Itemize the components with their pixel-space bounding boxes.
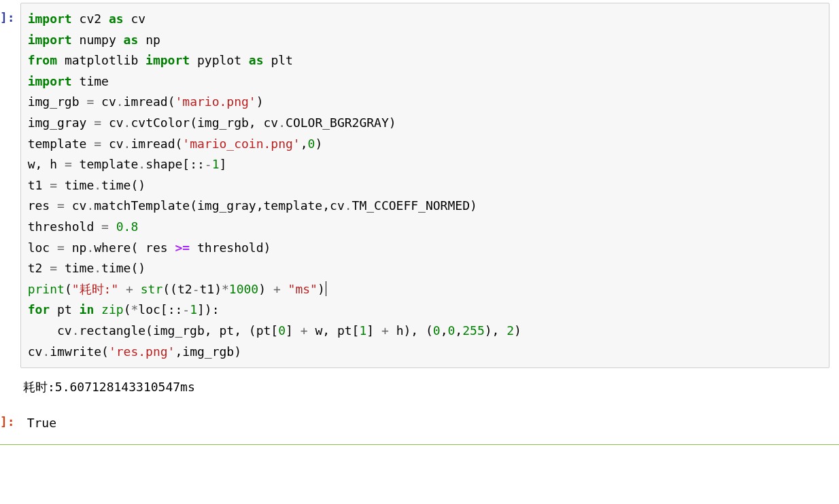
keyword-for: for xyxy=(28,302,50,317)
var-template: template xyxy=(80,157,139,171)
string-mario-coin: 'mario_coin.png' xyxy=(182,137,300,151)
keyword-as: as xyxy=(109,12,124,26)
output-cell: ]: True xyxy=(0,407,829,440)
paren: ) xyxy=(256,94,264,109)
var-threshold: threshold xyxy=(28,219,95,234)
input-cell: ]: import cv2 as cv import numpy as np f… xyxy=(0,3,829,368)
paren-close: ) xyxy=(318,282,325,296)
ns-cv: cv xyxy=(109,137,124,151)
attr-shape: shape[:: xyxy=(145,157,205,171)
fn-where: where( res xyxy=(94,240,167,255)
var-img-gray: img_gray xyxy=(28,115,87,130)
equals: = xyxy=(65,157,72,171)
keyword-as: as xyxy=(249,53,264,67)
var-threshold: threshold) xyxy=(197,240,271,255)
bracket: ] xyxy=(286,323,293,338)
module-time: time xyxy=(80,74,109,88)
fn-time: time() xyxy=(101,261,145,275)
comma: , xyxy=(441,323,448,338)
expr-w-pt: w, pt[ xyxy=(315,323,359,338)
var-loc-slice: loc[:: xyxy=(138,302,182,317)
paren-close: ) xyxy=(258,282,266,296)
equals: = xyxy=(50,261,57,275)
alias-plt: plt xyxy=(271,53,293,67)
alias-np: np xyxy=(145,33,160,47)
num-threshold: 0.8 xyxy=(116,219,139,234)
var-w-h: w, h xyxy=(28,157,57,171)
dot: . xyxy=(278,115,286,130)
paren-open: ( xyxy=(124,302,131,317)
dot: . xyxy=(42,344,50,359)
equals: = xyxy=(101,219,109,234)
output-result: True xyxy=(20,407,829,440)
output-prompt: ]: xyxy=(0,407,20,432)
equals: = xyxy=(94,137,101,151)
keyword-import: import xyxy=(28,12,72,26)
dot: . xyxy=(124,115,131,130)
keyword-import: import xyxy=(145,53,190,67)
var-loc: loc xyxy=(28,240,50,255)
fn-print: print xyxy=(28,282,65,296)
num-255: 255 xyxy=(462,323,485,338)
minus: - xyxy=(205,157,212,171)
ns-cv: cv xyxy=(109,115,124,130)
equals: = xyxy=(57,198,65,213)
ns-cv: cv xyxy=(28,344,43,359)
num-one: 1 xyxy=(190,302,197,317)
fn-str: str xyxy=(141,282,163,296)
ns-cv: cv xyxy=(72,198,87,213)
ns-cv: cv xyxy=(101,94,116,109)
module-cv2: cv2 xyxy=(80,12,102,26)
plus: + xyxy=(381,323,389,338)
module-pyplot: pyplot xyxy=(197,53,241,67)
minus: - xyxy=(192,282,200,296)
code-editor[interactable]: import cv2 as cv import numpy as np from… xyxy=(20,3,829,368)
paren-close: ) xyxy=(514,323,521,338)
stdout-text: 耗时:5.607128143310547ms xyxy=(16,371,829,404)
text-cursor xyxy=(326,281,326,296)
string-res-png: 'res.png' xyxy=(109,344,175,359)
dot: . xyxy=(345,198,352,213)
fn-zip: zip xyxy=(101,302,124,317)
bracket: ] xyxy=(366,323,374,338)
equals: = xyxy=(57,240,65,255)
var-img-rgb: img_rgb xyxy=(28,94,80,109)
stdout-cell: 耗时:5.607128143310547ms xyxy=(0,371,829,404)
star: * xyxy=(131,302,138,317)
string-ms: "ms" xyxy=(288,282,318,296)
fn-imread: imread( xyxy=(131,137,182,151)
dot: . xyxy=(72,323,80,338)
plus: + xyxy=(126,282,133,296)
expr-t2: ((t2 xyxy=(162,282,192,296)
paren: ) xyxy=(315,137,322,151)
keyword-in: in xyxy=(80,302,95,317)
minus: - xyxy=(182,302,190,317)
dot: . xyxy=(94,261,101,275)
keyword-import: import xyxy=(28,33,72,47)
op-ge: >= xyxy=(175,240,190,255)
indent-cv: cv xyxy=(28,323,72,338)
fn-imread: imread( xyxy=(124,94,175,109)
expr-h-tuple: h), ( xyxy=(396,323,433,338)
comma: , xyxy=(301,137,308,151)
keyword-import: import xyxy=(28,74,72,88)
fn-time: time() xyxy=(101,178,145,192)
bracket: ] xyxy=(220,157,227,171)
var-t2: t2 xyxy=(28,261,43,275)
plus: + xyxy=(273,282,281,296)
const-bgr2gray: COLOR_BGR2GRAY) xyxy=(286,115,396,130)
input-prompt: ]: xyxy=(0,3,20,28)
num-1000: 1000 xyxy=(229,282,258,296)
fn-cvtcolor: cvtColor(img_rgb, cv xyxy=(131,115,278,130)
num-one: 1 xyxy=(212,157,220,171)
const-tm-ccoeff: TM_CCOEFF_NORMED) xyxy=(352,198,477,213)
keyword-from: from xyxy=(28,53,57,67)
cell-divider xyxy=(0,444,839,445)
mult: * xyxy=(222,282,229,296)
dot: . xyxy=(124,137,131,151)
comma: , xyxy=(455,323,462,338)
dot: . xyxy=(86,240,94,255)
args-imgrgb: ,img_rgb) xyxy=(175,344,241,359)
plus: + xyxy=(301,323,308,338)
expr-t1: t1) xyxy=(199,282,222,296)
